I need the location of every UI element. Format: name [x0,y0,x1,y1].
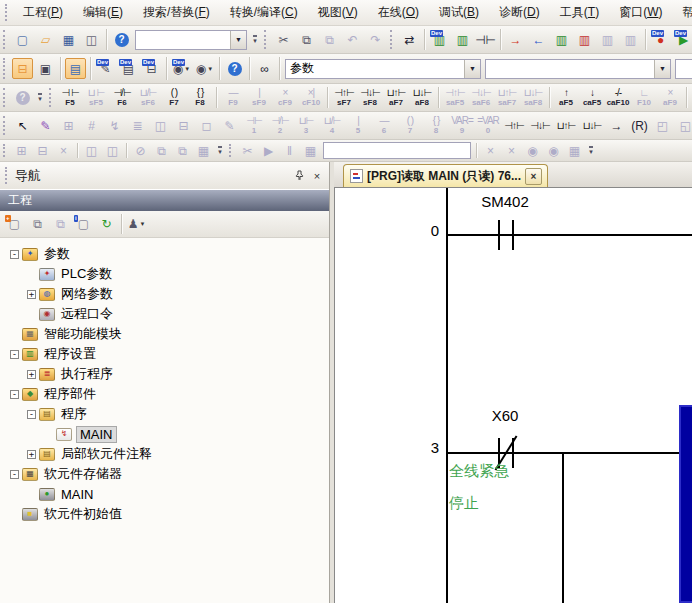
ladder-edit-mode-icon[interactable]: ✎ [35,115,56,136]
tree-item-软元件存储器[interactable]: -▦软元件存储器 [6,464,329,484]
new-project-icon[interactable]: ▢ [12,29,33,50]
falling-pulse-icon[interactable]: ⊣↓⊢sF8 [357,85,383,111]
application-instruction-icon[interactable]: { }F8 [187,85,213,111]
selected-instruction-block[interactable] [679,405,692,603]
pulse-open-branch-icon[interactable]: ⊔↑⊢ [553,113,579,139]
help-icon[interactable]: ? [111,29,132,50]
close-contact-icon[interactable]: ⊣/⊢F6 [109,85,135,111]
paste-icon[interactable]: ⧉ [319,29,340,50]
pulse-close-branch-icon[interactable]: ⊔↓⊢ [579,113,605,139]
block-select-icon[interactable]: ⊞ [58,115,79,136]
rising-pulse-icon[interactable]: ⊣↑⊢sF7 [331,85,357,111]
key-1-open-contact-icon[interactable]: ⊣⊢1 [241,113,267,139]
device-test-on-icon[interactable]: Dev▶ [673,29,692,50]
key-6-horizontal-line-icon[interactable]: —6 [371,113,397,139]
monitor-mode-icon[interactable]: ▥ [452,29,473,50]
menu-project[interactable]: 工程(P) [13,0,73,25]
redo-icon[interactable]: ↷ [365,29,386,50]
window-select-combo[interactable]: 参数▼ [285,59,481,79]
menu-debug[interactable]: 调试(B) [429,0,489,25]
undo-icon[interactable]: ↶ [342,29,363,50]
read-from-plc-icon[interactable]: ← [528,29,549,50]
device-display-icon[interactable]: Dev◉▼ [171,58,192,79]
chevron-down-icon[interactable]: ▼ [464,60,480,78]
register-watch-icon[interactable]: ▦ [565,142,584,160]
draw-line-icon[interactable]: ∟F10 [631,85,657,111]
edit-toolbar-overflow-icon[interactable]: ▾ [214,146,226,155]
falling-pulse-operation-icon[interactable]: ↓caF5 [579,85,605,111]
delete-all-watch-icon[interactable]: × [502,142,521,160]
data-property-icon[interactable]: i▢ [73,214,94,235]
monitor-start-icon[interactable]: ▥ [551,29,572,50]
key-3-open-branch-icon[interactable]: ⊔⊢3 [293,113,319,139]
rising-pulse-branch-icon[interactable]: ⊔↑⊢aF7 [383,85,409,111]
access-level-icon[interactable]: ♟▼ [126,214,147,235]
delete-row-icon[interactable]: ⊟ [33,142,52,160]
shift-right-icon[interactable]: ◫ [103,142,122,160]
align-left-icon[interactable]: ≣ [127,115,148,136]
device-test-mode-icon[interactable]: ↯ [104,115,125,136]
project-data-combo[interactable]: ▼ [135,30,247,50]
tree-item-执行程序[interactable]: +≣执行程序 [6,364,329,384]
fb-conversion-icon[interactable]: ◰ [652,115,673,136]
copy-row-icon[interactable]: ⧉ [152,142,171,160]
tree-item-程序设置[interactable]: -▥程序设置 [6,344,329,364]
device-test-off-icon[interactable]: Dev● [650,29,671,50]
select-mode-icon[interactable]: ↖ [12,115,33,136]
paste-data-icon[interactable]: ⧉ [50,214,71,235]
split-contact-icon[interactable]: ✂ [238,142,257,160]
step-run-icon[interactable]: ▶ [259,142,278,160]
tree-item-网络参数[interactable]: +◍网络参数 [6,284,329,304]
coil-icon[interactable]: ( )F7 [161,85,187,111]
tab-main-program[interactable]: [PRG]读取 MAIN (只读) 76... × [343,164,548,187]
pulse-open-contact-icon[interactable]: ⊣↑⊢ [501,113,527,139]
transfer-setup-icon[interactable]: ⇄ [399,29,420,50]
close-icon[interactable]: × [309,168,325,184]
step-pause-icon[interactable]: ‖ [280,142,299,160]
invert-operation-icon[interactable]: -/-caF10 [605,85,631,111]
delete-line-icon[interactable]: ×aF9 [657,85,683,111]
key-4-close-branch-icon[interactable]: ⊔/⊢4 [319,113,345,139]
open-project-icon[interactable]: ▱ [35,29,56,50]
edit-statement-icon[interactable]: ✎ [219,115,240,136]
open-branch-icon[interactable]: ⊔ ⊢sF5 [83,85,109,111]
menu-edit[interactable]: 编辑(E) [73,0,133,25]
zoom-in-device-icon[interactable]: ◉ [544,142,563,160]
return-icon[interactable]: (R) [629,115,650,136]
key-0-var-icon[interactable]: =VAR0 [475,113,501,139]
tree-item-PLC参数[interactable]: ✦PLC参数 [6,264,329,284]
edge-clipped-control[interactable]: ▼ [675,59,692,79]
menu-tools[interactable]: 工具(T) [550,0,609,25]
monitor-start-all-icon[interactable]: ▥ [597,29,618,50]
data-select-combo[interactable]: ▼ [485,59,671,79]
clear-row-icon[interactable]: ▦ [194,142,213,160]
find-icon[interactable]: ∞ [254,58,275,79]
close-branch-icon[interactable]: ⊔/⊢sF6 [135,85,161,111]
rising-pulse-close-icon[interactable]: ⊣↑⊢saF5 [442,85,468,111]
standard-toolbar-overflow-icon[interactable]: ▾ [249,35,261,44]
pin-icon[interactable] [291,168,307,184]
rising-pulse-operation-icon[interactable]: ↑aF5 [553,85,579,111]
collapse-icon[interactable]: - [10,350,19,359]
tree-item-软元件初始值[interactable]: ■软元件初始值 [6,504,329,524]
new-data-icon[interactable]: +▢ [4,214,25,235]
open-contact-icon[interactable]: ⊣ ⊢F5 [57,85,83,111]
menu-window[interactable]: 窗口(W) [609,0,672,25]
copy-icon[interactable]: ⧉ [296,29,317,50]
menu-help[interactable]: 帮助(H) [672,0,692,25]
tree-item-局部软元件注释[interactable]: +▤局部软元件注释 [6,444,329,464]
fb-selection-icon[interactable]: ◱ [675,115,692,136]
monitor-write-mode-icon[interactable]: ⊣⊢ [475,29,496,50]
function-list-icon[interactable]: ▤ [65,58,86,79]
shift-left-icon[interactable]: ◫ [82,142,101,160]
delete-watch-icon[interactable]: × [481,142,500,160]
collapse-icon[interactable]: - [10,470,19,479]
paste-row-icon[interactable]: ⧉ [173,142,192,160]
expand-icon[interactable]: + [27,290,36,299]
menu-diagnostics[interactable]: 诊断(D) [489,0,550,25]
tree-item-MAIN[interactable]: ↯MAIN [6,424,329,444]
collapse-icon[interactable]: - [27,410,36,419]
write-to-plc-icon[interactable]: → [505,29,526,50]
key-5-vertical-line-icon[interactable]: |5 [345,113,371,139]
falling-pulse-close-branch-icon[interactable]: ⊔↓⊢saF8 [520,85,546,111]
